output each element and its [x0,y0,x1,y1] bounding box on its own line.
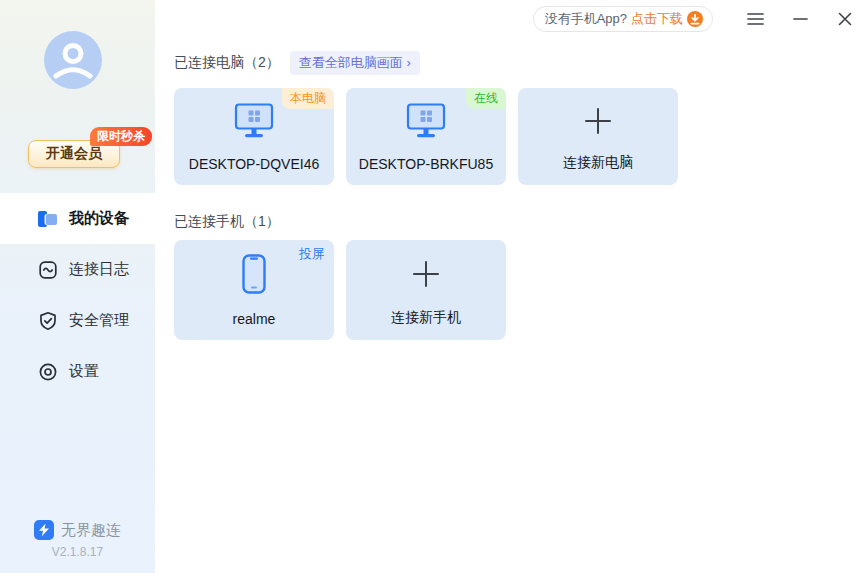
settings-icon [38,362,58,382]
sidebar-item-label: 安全管理 [69,311,129,330]
minimize-icon[interactable] [791,10,809,28]
view-all-screens-link[interactable]: 查看全部电脑画面 › [290,51,420,75]
app-window: 限时秒杀 开通会员 我的设备 连接日志 [0,0,864,573]
device-card-realme[interactable]: 投屏 realme [174,240,334,340]
app-name: 无界趣连 [61,521,121,540]
add-computer-label: 连接新电脑 [563,154,633,172]
sidebar-footer: 无界趣连 V2.1.8.17 [0,520,155,559]
computers-section-header: 已连接电脑（2） 查看全部电脑画面 › [174,52,864,74]
devices-icon [38,209,58,229]
computers-section-title: 已连接电脑（2） [174,54,280,72]
menu-icon[interactable] [746,10,764,28]
add-phone-card[interactable]: 连接新手机 [346,240,506,340]
sidebar-item-connection-log[interactable]: 连接日志 [0,244,155,295]
phones-section-header: 已连接手机（1） [174,211,864,233]
sidebar: 限时秒杀 开通会员 我的设备 连接日志 [0,0,155,573]
download-icon [687,11,703,27]
monitor-icon [174,88,334,153]
titlebar: 没有手机App? 点击下载 [533,6,854,32]
add-computer-card[interactable]: 连接新电脑 [518,88,678,185]
flash-sale-badge: 限时秒杀 [90,127,152,146]
device-name: DESKTOP-DQVEI46 [189,156,319,172]
add-phone-label: 连接新手机 [391,309,461,327]
content: 已连接电脑（2） 查看全部电脑画面 › 本电脑 [174,52,864,340]
device-card-desktop-dqvei46[interactable]: 本电脑 DESKTOP-DQVEI46 [174,88,334,185]
sidebar-item-label: 连接日志 [69,260,129,279]
phones-section-title: 已连接手机（1） [174,213,280,231]
computer-cards: 本电脑 DESKTOP-DQVEI46 [174,88,864,185]
download-action: 点击下载 [631,10,683,28]
main-area: 没有手机App? 点击下载 [155,0,864,573]
sidebar-item-security[interactable]: 安全管理 [0,295,155,346]
avatar[interactable] [44,31,102,89]
security-shield-icon [38,311,58,331]
sidebar-item-my-devices[interactable]: 我的设备 [0,193,155,244]
download-app-button[interactable]: 没有手机App? 点击下载 [533,6,713,32]
device-card-desktop-brkfu85[interactable]: 在线 DESKTOP-BRKFU85 [346,88,506,185]
plus-icon [346,240,506,308]
sidebar-item-label: 我的设备 [69,209,129,228]
log-icon [38,260,58,280]
device-name: realme [233,311,276,327]
device-name: DESKTOP-BRKFU85 [359,156,493,172]
sidebar-menu: 我的设备 连接日志 安全管理 [0,193,155,397]
monitor-icon [346,88,506,153]
user-icon [44,31,102,89]
download-prompt: 没有手机App? [545,10,627,28]
sidebar-item-label: 设置 [69,362,99,381]
close-icon[interactable] [836,10,854,28]
plus-icon [518,88,678,153]
phone-icon [174,240,334,308]
phone-cards: 投屏 realme [174,240,864,340]
app-logo-icon [34,520,54,540]
app-version: V2.1.8.17 [0,545,155,559]
sidebar-item-settings[interactable]: 设置 [0,346,155,397]
